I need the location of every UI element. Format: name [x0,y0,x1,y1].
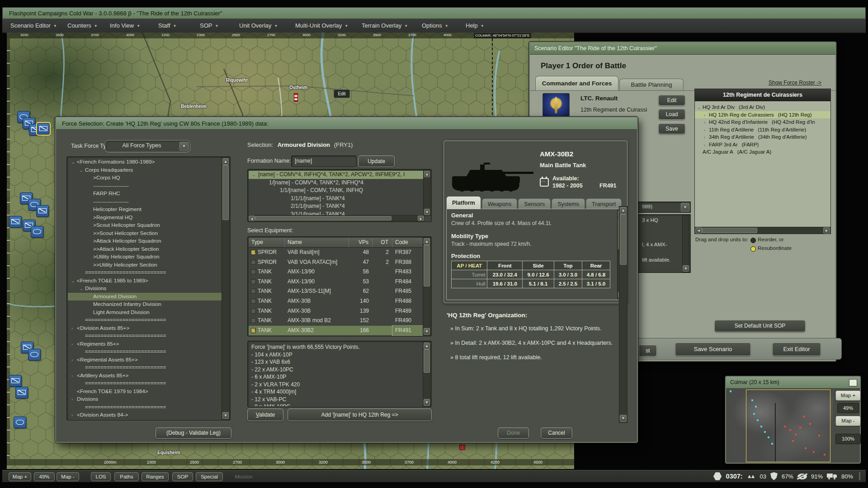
minimap-map-minus-button[interactable]: Map - [835,416,861,426]
formation-tree-hscrollbar[interactable]: ◄ ► [248,215,425,221]
equipment-row[interactable]: ✕TANKAMX-30B2166FR491 [249,326,423,336]
tree-item[interactable]: ========================== [68,348,222,356]
commander-save-button[interactable]: Save [658,123,685,134]
tree-open-icon[interactable]: ⌄ [80,167,85,175]
tree-item[interactable]: ›<Artillery Assets 85+> [68,372,222,380]
tree-item[interactable]: 1/1/1/[name] - TANK*4 [249,195,424,203]
roster-item[interactable]: ›34th Reg d'Artillerie(34th Reg d'Artill… [695,133,830,141]
scroll-down-icon[interactable]: ▼ [620,415,627,422]
equipment-table-scrollbar[interactable]: ▲ ▼ [423,237,431,336]
scroll-down-icon[interactable]: ▼ [424,399,430,406]
roster-hscrollbar[interactable]: ◄ ► [694,227,831,234]
tree-closed-icon[interactable]: › [71,341,77,349]
tree-item[interactable]: >>Attack Helicopter Section [68,245,222,253]
statusbar-button-special[interactable]: Special [196,472,223,481]
tree-open-icon[interactable]: ⌄ [80,285,85,293]
scroll-left-icon[interactable]: ◄ [249,216,255,221]
tree-item[interactable]: -------------------- [68,182,222,190]
debug-validate-leg-button[interactable]: (Debug - Validate Leg) [156,427,231,439]
radio-resubordinate[interactable] [750,246,756,252]
tree-item[interactable]: >Attack Helicopter Squadron [68,237,222,245]
minimap-map-plus-button[interactable]: Map + [835,390,861,401]
equipment-checkbox[interactable] [251,318,256,323]
tree-item[interactable]: ⌄1/[name] - COMV*4, TANK*2, INFHQ*4 [249,179,424,187]
tree-chevron-icon[interactable]: ⌄ [698,104,703,111]
tree-item[interactable]: Mechanized Infantry Division [68,300,222,309]
unit-counter[interactable] [36,205,49,217]
set-default-unit-sop-button[interactable]: Set Default Unit SOP [714,320,806,332]
menu-item-staff[interactable]: Staff▼ [158,19,176,33]
scroll-down-icon[interactable]: ▼ [683,265,689,272]
tree-item[interactable]: >>Utility Helicopter Section [68,261,222,269]
tree-item[interactable]: ›Divisions [68,395,222,404]
menu-item-options[interactable]: Options▼ [422,19,448,33]
tree-closed-icon[interactable]: › [71,325,77,333]
equipment-checkbox[interactable] [251,289,256,294]
minimap-view-rect[interactable] [746,389,830,462]
equipment-checkbox[interactable]: ✕ [251,250,256,255]
column-header[interactable]: Name [285,238,349,247]
statusbar-button-ranges[interactable]: Ranges [142,472,169,481]
scroll-left-icon[interactable]: ◄ [695,227,702,234]
tree-item[interactable]: ========================== [68,332,222,340]
force-summary-scrollbar[interactable]: ▲ ▼ [423,342,431,407]
tree-item[interactable]: <French TO&E 1979 to 1984> [68,388,222,396]
tree-item[interactable]: 2/1/1/[name] - TANK*4 [249,202,424,211]
menu-item-unit-overlay[interactable]: Unit Overlay▼ [239,19,278,33]
unit-counter[interactable] [15,387,28,399]
scrollbar-thumb[interactable] [620,214,627,265]
scroll-up-icon[interactable]: ▲ [424,171,430,177]
menu-item-help[interactable]: Help▼ [466,19,484,33]
dropdown-arrow-icon[interactable]: ▼ [681,203,689,211]
formation-library-tree[interactable]: ⌄<French Formations 1980-1989>⌄Corps Hea… [66,156,231,421]
equipment-row[interactable]: TANKAMX-30B139FR489 [249,306,423,316]
tree-chevron-icon[interactable]: › [704,142,709,149]
commander-load-button[interactable]: Load [658,109,685,120]
equipment-row[interactable]: TANKAMX-30B mod B2152FR490 [249,316,423,326]
equipment-row[interactable]: TANKAMX-30B140FR488 [249,296,423,306]
tree-item[interactable]: >Scout Helicopter Squadron [68,221,222,230]
tree-item[interactable]: FARP RHC [68,190,222,198]
roster-item[interactable]: A/C Jaguar A(A/C Jaguar A) [695,148,830,156]
update-button[interactable]: Update [358,155,395,167]
scrollbar-thumb[interactable] [702,228,757,233]
scrollbar-thumb[interactable] [424,245,430,286]
tree-open-icon[interactable]: ⌄ [263,179,269,188]
tree-item[interactable]: >Utility Helicopter Squadron [68,253,222,261]
statusbar-button-map-[interactable]: Map + [9,472,31,481]
scroll-up-icon[interactable]: ▲ [620,207,627,214]
tree-item[interactable]: ⌄Corps Headquarters [68,166,222,174]
equipment-checkbox[interactable] [251,279,256,284]
dropdown-arrow-icon[interactable]: ▼ [179,142,189,150]
save-scenario-button[interactable]: Save Scenario [675,343,751,356]
roster-item[interactable]: ›FARP 3rd Ar(FARP) [695,141,830,149]
tree-item[interactable]: ========================== [68,316,222,324]
equipment-row[interactable]: TANKAMX-13/SS-11[M]62FR485 [249,286,423,296]
column-header[interactable]: Type [249,238,285,247]
cancel-button[interactable]: Cancel [541,427,572,439]
tree-item[interactable]: ========================== [68,404,222,412]
tree-closed-icon[interactable]: › [71,357,77,365]
tree-chevron-icon[interactable]: › [704,127,709,134]
dialog-right-scrollbar[interactable]: ▲ ▼ [619,206,627,423]
tree-item[interactable]: -------------------- [68,198,222,206]
equipment-checkbox[interactable] [251,269,256,274]
tree-item[interactable]: ›<Division Assets 84-> [68,411,222,419]
column-header[interactable]: VPs [349,238,373,247]
scroll-up-icon[interactable]: ▲ [222,158,229,165]
statusbar-button-map-[interactable]: Map - [57,472,79,481]
equipment-checkbox[interactable] [251,299,256,304]
scroll-right-icon[interactable]: ► [823,227,830,234]
menu-item-counters[interactable]: Counters▼ [67,19,98,33]
tab-battle-planning[interactable]: Battle Planning [619,79,684,91]
radio-reorder[interactable] [750,238,756,243]
commander-edit-button[interactable]: Edit [658,95,685,106]
scroll-right-icon[interactable]: ► [418,216,424,221]
equipment-checkbox[interactable]: ✕ [251,328,256,333]
tree-item[interactable]: Helicopter Regiment [68,206,222,214]
tree-item[interactable]: ========================== [68,380,222,388]
statusbar-button-los[interactable]: LOS [91,472,111,481]
show-force-roster-link[interactable]: Show Force Roster -> [769,80,821,86]
minimap-window-icon[interactable] [849,379,857,386]
oob-summary-scrollbar[interactable]: ▼ [682,216,689,272]
